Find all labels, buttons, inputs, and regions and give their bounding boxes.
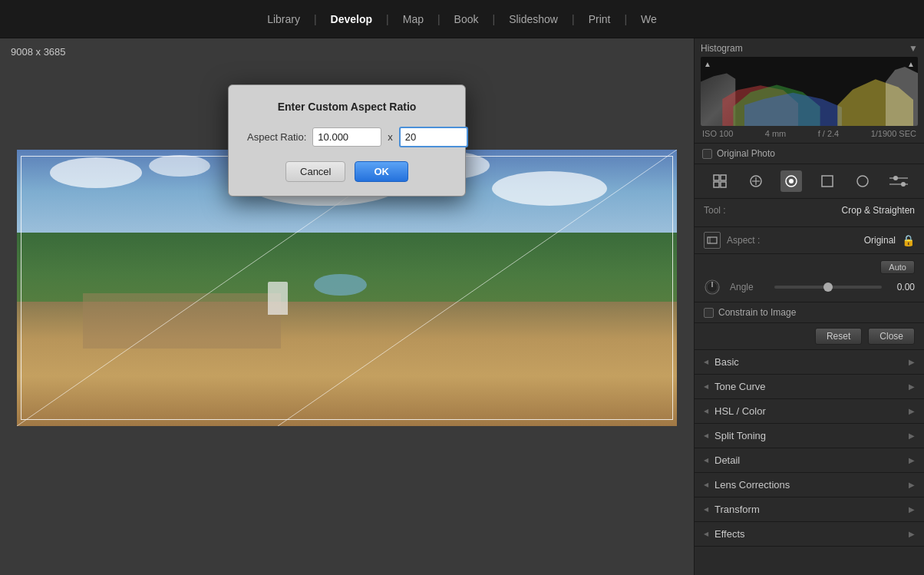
accordion-lens-corrections[interactable]: ◀ Lens Corrections ▶: [695, 473, 924, 497]
angle-slider[interactable]: [774, 286, 882, 289]
constrain-checkbox[interactable]: [704, 308, 714, 318]
aspect-ratio-label: Aspect Ratio:: [247, 131, 306, 143]
tool-detail-section: Tool : Crop & Straighten: [695, 199, 924, 227]
histogram-section: Histogram ▼ ▲ ▲ ISO 100: [695, 38, 924, 144]
accordion-lens-arrow: ▶: [909, 481, 915, 489]
accordion-split-toning[interactable]: ◀ Split Toning ▶: [695, 424, 924, 448]
tool-icon-slider[interactable]: [888, 170, 909, 192]
accordion-basic-arrow: ▶: [909, 358, 915, 366]
svg-rect-2: [714, 175, 719, 180]
tool-icon-circle-outline[interactable]: [852, 170, 873, 192]
tool-icon-grid[interactable]: [709, 170, 731, 192]
tool-icons-row: [695, 164, 924, 199]
accordion-split-toning-arrow: ▶: [909, 431, 915, 440]
accordion-transform-triangle: ◀: [704, 506, 708, 513]
histogram-dropdown-icon[interactable]: ▼: [909, 43, 918, 54]
accordion-hsl-label: HSL / Color: [714, 405, 766, 417]
nav-item-print[interactable]: Print: [575, 0, 625, 38]
accordion-hsl-triangle: ◀: [704, 408, 708, 415]
top-navigation: Library | Develop | Map | Book | Slidesh…: [0, 0, 924, 38]
tool-icon-circle[interactable]: [745, 170, 767, 192]
histogram-canvas: ▲ ▲: [701, 57, 918, 126]
camera-shutter: 1/1900 SEC: [871, 129, 916, 138]
dialog-title: Enter Custom Aspect Ratio: [247, 101, 447, 113]
svg-rect-11: [822, 176, 833, 187]
nav-item-map[interactable]: Map: [389, 0, 437, 38]
ok-button[interactable]: OK: [355, 161, 408, 182]
angle-slider-thumb[interactable]: [823, 283, 833, 292]
aspect-row[interactable]: Aspect : Original 🔒: [695, 227, 924, 254]
accordion-split-toning-label: Split Toning: [714, 430, 766, 441]
x-separator: x: [388, 131, 393, 143]
angle-icon: [704, 279, 721, 296]
accordion-transform-label: Transform: [714, 504, 760, 515]
accordion-basic[interactable]: ◀ Basic ▶: [695, 350, 924, 375]
accordion-tone-curve-triangle: ◀: [704, 383, 708, 390]
custom-aspect-dialog: Enter Custom Aspect Ratio Aspect Ratio: …: [228, 84, 466, 197]
svg-point-16: [901, 182, 906, 187]
close-button[interactable]: Close: [868, 328, 915, 345]
aspect-left: Aspect :: [704, 232, 760, 249]
accordion-detail-label: Detail: [714, 454, 740, 466]
right-panel: Histogram ▼ ▲ ▲ ISO 100: [694, 38, 924, 575]
histogram-header: Histogram ▼: [701, 43, 918, 54]
original-photo-row: Original Photo: [695, 144, 924, 164]
reset-button[interactable]: Reset: [815, 328, 862, 345]
tool-value-label: Crop & Straighten: [842, 205, 915, 216]
histogram-title: Histogram: [701, 43, 743, 54]
camera-focal: 4 mm: [765, 129, 787, 138]
accordion-transform[interactable]: ◀ Transform ▶: [695, 497, 924, 522]
hist-white-channel: [886, 64, 918, 126]
accordion-basic-label: Basic: [714, 356, 739, 368]
accordion-detail-triangle: ◀: [704, 457, 708, 464]
nav-item-library[interactable]: Library: [253, 0, 314, 38]
accordion-effects-triangle: ◀: [704, 530, 708, 537]
tool-icon-crop[interactable]: [780, 170, 802, 192]
nav-items-list: Library | Develop | Map | Book | Slidesh…: [253, 0, 671, 38]
accordion-hsl-color[interactable]: ◀ HSL / Color ▶: [695, 399, 924, 424]
aspect-ratio-width-input[interactable]: [312, 127, 381, 147]
main-layout: 9008 x 3685: [0, 38, 924, 575]
cancel-button[interactable]: Cancel: [285, 161, 345, 182]
accordion-effects-arrow: ▶: [909, 530, 915, 538]
camera-iso: ISO 100: [702, 129, 733, 138]
accordion-lens-label: Lens Corrections: [714, 479, 790, 491]
accordion-effects[interactable]: ◀ Effects ▶: [695, 522, 924, 547]
auto-button[interactable]: Auto: [880, 260, 915, 274]
svg-point-10: [789, 179, 794, 183]
tool-icon-square[interactable]: [817, 170, 838, 192]
svg-rect-5: [721, 182, 726, 187]
tool-row: Tool : Crop & Straighten: [704, 205, 915, 216]
accordion-tone-curve[interactable]: ◀ Tone Curve ▶: [695, 375, 924, 399]
svg-rect-3: [721, 175, 726, 180]
nav-item-we[interactable]: We: [627, 0, 671, 38]
accordion-lens-triangle: ◀: [704, 481, 708, 488]
hist-left-arrow[interactable]: ▲: [704, 60, 711, 68]
camera-info: ISO 100 4 mm f / 2.4 1/1900 SEC: [701, 129, 918, 138]
original-photo-checkbox[interactable]: [702, 149, 712, 159]
camera-aperture: f / 2.4: [818, 129, 840, 138]
auto-btn-row: Auto: [704, 260, 915, 274]
svg-point-14: [893, 176, 898, 180]
svg-rect-17: [708, 237, 717, 243]
aspect-icon: [704, 232, 721, 249]
aspect-ratio-height-input[interactable]: [399, 127, 468, 147]
svg-point-12: [857, 176, 868, 187]
angle-icon-area: [704, 279, 721, 296]
aspect-label: Aspect :: [727, 235, 760, 246]
original-photo-label: Original Photo: [717, 148, 775, 159]
nav-item-develop[interactable]: Develop: [317, 0, 386, 38]
constrain-row: Constrain to Image: [695, 302, 924, 323]
accordion-tone-curve-arrow: ▶: [909, 382, 915, 391]
nav-item-book[interactable]: Book: [441, 0, 493, 38]
accordion-split-toning-triangle: ◀: [704, 432, 708, 439]
angle-row: Angle 0.00: [704, 279, 915, 296]
lock-icon[interactable]: 🔒: [902, 234, 915, 246]
accordion-detail[interactable]: ◀ Detail ▶: [695, 448, 924, 473]
constrain-label: Constrain to Image: [718, 307, 796, 318]
hist-right-arrow[interactable]: ▲: [907, 60, 915, 68]
accordion-transform-arrow: ▶: [909, 505, 915, 514]
accordion-detail-arrow: ▶: [909, 456, 915, 464]
nav-item-slideshow[interactable]: Slideshow: [495, 0, 572, 38]
aspect-right: Original 🔒: [864, 234, 915, 246]
